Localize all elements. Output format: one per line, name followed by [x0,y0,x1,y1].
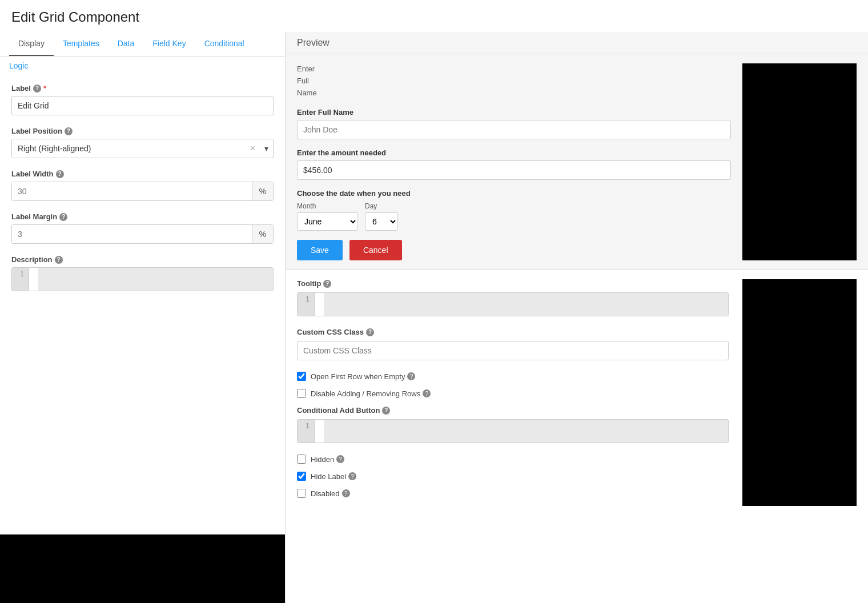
tab-field-key[interactable]: Field Key [143,32,195,56]
tooltip-line-num: 1 [298,293,315,316]
tab-templates[interactable]: Templates [54,32,108,56]
disable-adding-checkbox[interactable] [297,389,306,398]
custom-css-input[interactable] [297,341,729,360]
preview-label-col: Enter Full Name [297,63,731,99]
label-width-suffix: % [252,182,273,200]
preview-section: Preview Enter Full Name Enter Full Name … [286,32,868,270]
label-margin-label: Label Margin ? [11,212,274,221]
hidden-help-icon[interactable]: ? [336,455,344,463]
preview-date-label: Choose the date when you need [297,189,731,198]
custom-css-label: Custom CSS Class ? [297,328,729,336]
tooltip-editor[interactable]: 1 [297,292,729,316]
save-button[interactable]: Save [297,240,343,260]
hidden-checkbox[interactable] [297,455,306,464]
hide-label-checkbox[interactable] [297,472,306,481]
conditional-add-group: Conditional Add Button ? 1 [297,406,729,443]
open-first-row-row: Open First Row when Empty ? [297,372,729,381]
description-editor-body[interactable] [29,268,38,291]
label-width-input-wrapper: % [11,182,274,201]
preview-amount-input[interactable] [297,160,731,180]
open-first-row-help-icon[interactable]: ? [407,372,415,380]
preview-date-group: Choose the date when you need Month June… [297,189,731,231]
right-panel: Preview Enter Full Name Enter Full Name … [286,32,868,603]
description-help-icon[interactable]: ? [55,256,63,264]
label-margin-input-wrapper: % [11,224,274,244]
label-margin-input[interactable] [12,225,252,243]
open-first-row-label: Open First Row when Empty ? [311,372,415,381]
hidden-label: Hidden ? [311,455,344,464]
label-width-group: Label Width ? % [11,170,274,201]
conditional-add-label: Conditional Add Button ? [297,406,729,415]
tab-conditional[interactable]: Conditional [195,32,254,56]
left-panel: Display Templates Data Field Key Conditi… [0,32,286,603]
hide-label-label: Hide Label ? [311,472,356,481]
form-section: Label ? * Label Position ? Right (Right-… [0,75,285,534]
preview-day-select[interactable]: 6 1 2 [365,212,398,231]
left-black-block [0,534,285,603]
preview-date-fields: Month June January February Day [297,202,731,231]
tab-data[interactable]: Data [108,32,144,56]
preview-day-field: Day 6 1 2 [365,202,398,231]
preview-month-field: Month June January February [297,202,358,231]
conditional-add-line-num: 1 [298,420,315,443]
label-help-icon[interactable]: ? [33,85,41,93]
preview-month-select[interactable]: June January February [297,212,358,231]
label-position-select[interactable]: Right (Right-aligned) Left Top Bottom [12,139,246,158]
disabled-label: Disabled ? [311,489,350,498]
label-position-help-icon[interactable]: ? [65,127,73,135]
label-group: Label ? * [11,84,274,115]
select-clear-icon[interactable]: × [246,143,260,154]
label-position-label: Label Position ? [11,127,274,135]
preview-amount-label: Enter the amount needed [297,148,731,157]
tooltip-label: Tooltip ? [297,279,729,288]
custom-css-group: Custom CSS Class ? [297,328,729,360]
disabled-row: Disabled ? [297,489,729,498]
hide-label-help-icon[interactable]: ? [348,472,356,480]
tab-display[interactable]: Display [9,32,54,56]
options-section: Tooltip ? 1 Custom CSS [286,270,868,603]
label-margin-help-icon[interactable]: ? [59,213,67,221]
label-width-input[interactable] [12,182,252,200]
label-margin-group: Label Margin ? % [11,212,274,244]
preview-content: Enter Full Name Enter Full Name Enter th… [286,54,868,270]
conditional-add-editor-body[interactable] [315,420,324,443]
tooltip-help-icon[interactable]: ? [323,280,331,288]
preview-right-black [742,63,857,260]
preview-buttons: Save Cancel [297,240,731,260]
tab-logic-wrapper: Logic [0,61,285,75]
disable-adding-label: Disable Adding / Removing Rows ? [311,389,431,398]
label-position-select-wrapper[interactable]: Right (Right-aligned) Left Top Bottom × … [11,139,274,158]
preview-left: Enter Full Name Enter Full Name Enter th… [297,63,731,260]
required-star: * [43,84,46,93]
cancel-button[interactable]: Cancel [349,240,402,260]
hidden-row: Hidden ? [297,455,729,464]
options-right-black [742,279,857,506]
label-width-label: Label Width ? [11,170,274,178]
description-editor[interactable]: 1 [11,267,274,291]
label-position-group: Label Position ? Right (Right-aligned) L… [11,127,274,158]
disable-adding-row: Disable Adding / Removing Rows ? [297,389,729,398]
options-left: Tooltip ? 1 Custom CSS [297,279,729,506]
label-width-help-icon[interactable]: ? [56,170,64,178]
preview-full-name-input[interactable] [297,120,731,139]
label-input[interactable] [11,96,274,115]
description-line-num: 1 [12,268,29,291]
custom-css-help-icon[interactable]: ? [366,328,374,336]
hide-label-row: Hide Label ? [297,472,729,481]
tooltip-editor-body[interactable] [315,293,324,316]
conditional-add-editor[interactable]: 1 [297,419,729,443]
preview-amount-group: Enter the amount needed [297,148,731,180]
preview-month-label: Month [297,202,358,210]
conditional-add-help-icon[interactable]: ? [382,407,390,415]
open-first-row-checkbox[interactable] [297,372,306,381]
tabs-bar: Display Templates Data Field Key Conditi… [0,32,285,57]
disabled-help-icon[interactable]: ? [342,489,350,497]
label-margin-suffix: % [252,225,273,243]
disable-adding-help-icon[interactable]: ? [423,389,431,397]
disabled-checkbox[interactable] [297,489,306,498]
preview-day-label: Day [365,202,398,210]
options-row: Tooltip ? 1 Custom CSS [297,279,857,506]
preview-full-name-group: Enter Full Name [297,108,731,139]
description-group: Description ? 1 [11,255,274,291]
preview-full-name-label: Enter Full Name [297,108,731,116]
